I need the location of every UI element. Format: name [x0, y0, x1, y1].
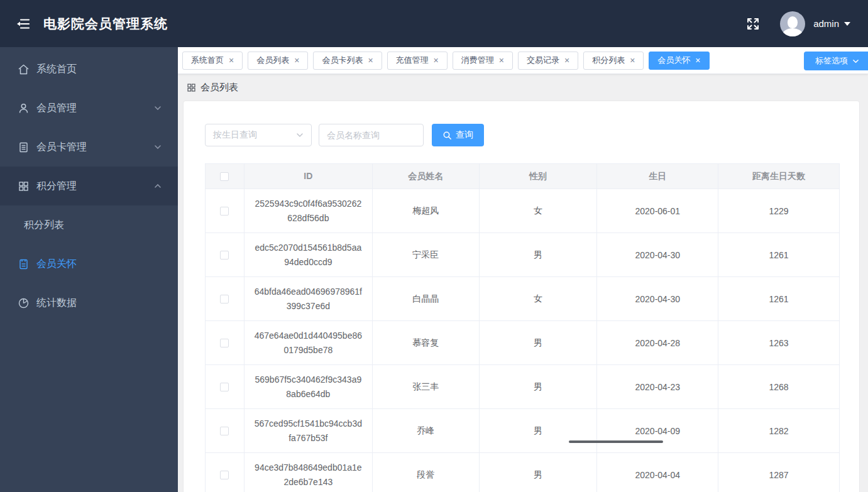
table-header-row: ID 会员姓名 性别 生日 距离生日天数: [206, 164, 839, 189]
cell-birthday: 2020-04-30: [597, 277, 718, 320]
cell-id: 2525943c9c0f4f6a9530262628df56db: [244, 189, 373, 232]
tag-options-button[interactable]: 标签选项: [804, 52, 868, 70]
cell-days: 1287: [718, 453, 839, 492]
cell-name: 宁采臣: [373, 233, 480, 276]
filter-bar: 按生日查询 查询: [205, 124, 838, 146]
cell-birthday: 2020-04-30: [597, 233, 718, 276]
table-row: 2525943c9c0f4f6a9530262628df56db 梅超风 女 2…: [206, 189, 839, 233]
table-row: 567ced95cf1541bc94ccb3dfa767b53f 乔峰 男 20…: [206, 409, 839, 453]
cell-birthday: 2020-04-23: [597, 365, 718, 408]
member-name-input[interactable]: [319, 124, 424, 146]
table-row: 94ce3d7b848649edb01a1e2de6b7e143 段誉 男 20…: [206, 453, 839, 492]
column-header-days: 距离生日天数: [718, 164, 839, 189]
tab-close-icon[interactable]: ×: [368, 56, 373, 65]
tab-close-icon[interactable]: ×: [564, 56, 569, 65]
column-header-gender: 性别: [480, 164, 598, 189]
chevron-up-icon: [154, 182, 162, 190]
column-header-name: 会员姓名: [373, 164, 480, 189]
content-card: 按生日查询 查询 ID 会员姓名 性别 生日 距离生日天数 2525943c9c…: [183, 101, 860, 492]
tab[interactable]: 积分列表 ×: [583, 52, 644, 70]
row-checkbox[interactable]: [220, 339, 229, 347]
cell-days: 1261: [718, 233, 839, 276]
column-header-birthday: 生日: [597, 164, 718, 189]
cell-days: 1268: [718, 365, 839, 408]
sidebar-item-points[interactable]: 积分管理: [0, 167, 178, 205]
tab[interactable]: 消费管理 ×: [453, 52, 513, 70]
cell-birthday: 2020-06-01: [597, 189, 718, 232]
row-checkbox[interactable]: [220, 207, 229, 216]
tab[interactable]: 会员列表 ×: [248, 52, 308, 70]
tab-close-icon[interactable]: ×: [229, 56, 234, 65]
tab-close-icon[interactable]: ×: [434, 56, 439, 65]
birthday-select-placeholder: 按生日查询: [213, 129, 257, 141]
breadcrumb: 会员列表: [178, 74, 868, 101]
members-table: ID 会员姓名 性别 生日 距离生日天数 2525943c9c0f4f6a953…: [205, 163, 840, 492]
chevron-down-icon: [154, 143, 162, 151]
row-checkbox[interactable]: [220, 471, 229, 479]
select-all-checkbox[interactable]: [220, 172, 229, 181]
row-checkbox[interactable]: [220, 295, 229, 303]
hamburger-icon[interactable]: [16, 16, 31, 31]
notebook-icon: [18, 258, 30, 270]
cell-days: 1282: [718, 409, 839, 452]
user-menu-caret-icon[interactable]: [844, 22, 850, 26]
horizontal-scrollbar-thumb[interactable]: [569, 440, 663, 443]
sidebar-item-label: 统计数据: [36, 297, 77, 310]
row-checkbox[interactable]: [220, 383, 229, 391]
tab[interactable]: 会员卡列表 ×: [313, 52, 382, 70]
avatar[interactable]: [780, 11, 805, 36]
sidebar-item-member-cards[interactable]: 会员卡管理: [0, 128, 178, 167]
sidebar-item-home[interactable]: 系统首页: [0, 50, 178, 89]
cell-name: 慕容复: [373, 321, 480, 364]
cell-gender: 男: [480, 233, 598, 276]
chevron-down-icon: [296, 131, 304, 139]
header-right: admin: [746, 0, 850, 47]
sidebar-item-points-list[interactable]: 积分列表: [0, 205, 178, 244]
cell-gender: 女: [480, 189, 598, 232]
table-body: 2525943c9c0f4f6a9530262628df56db 梅超风 女 2…: [206, 189, 839, 492]
tab-close-icon[interactable]: ×: [630, 56, 635, 65]
user-name[interactable]: admin: [813, 18, 839, 29]
search-icon: [442, 131, 452, 140]
sidebar-item-label: 会员关怀: [36, 258, 77, 271]
tab[interactable]: 会员关怀 ×: [649, 52, 709, 70]
tab-close-icon[interactable]: ×: [294, 56, 299, 65]
sidebar-item-label: 会员管理: [36, 102, 77, 115]
sidebar-item-statistics[interactable]: 统计数据: [0, 283, 178, 322]
sidebar-item-members[interactable]: 会员管理: [0, 89, 178, 128]
cell-birthday: 2020-04-09: [597, 409, 718, 452]
sidebar-item-member-care[interactable]: 会员关怀: [0, 244, 178, 283]
tab-close-icon[interactable]: ×: [695, 56, 700, 65]
cell-gender: 男: [480, 365, 598, 408]
grid-icon: [187, 83, 196, 92]
cell-gender: 男: [480, 409, 598, 452]
cell-days: 1229: [718, 189, 839, 232]
search-button[interactable]: 查询: [432, 124, 484, 146]
cell-name: 张三丰: [373, 365, 480, 408]
cell-id: 467e64ae0d1d440495be860179d5be78: [244, 321, 373, 364]
birthday-select[interactable]: 按生日查询: [205, 124, 312, 146]
tab[interactable]: 交易记录 ×: [518, 52, 578, 70]
sidebar-item-label: 会员卡管理: [36, 141, 87, 154]
table-row: edc5c2070d154561b8d5aa94ded0ccd9 宁采臣 男 2…: [206, 233, 839, 277]
cell-name: 梅超风: [373, 189, 480, 232]
tab[interactable]: 充值管理 ×: [387, 52, 448, 70]
cell-gender: 男: [480, 453, 598, 492]
cell-id: 569b67f5c340462f9c343a98ab6e64db: [244, 365, 373, 408]
tab-close-icon[interactable]: ×: [499, 56, 504, 65]
cell-name: 段誉: [373, 453, 480, 492]
grid-icon: [18, 180, 30, 192]
cell-gender: 女: [480, 277, 598, 320]
cell-id: 94ce3d7b848649edb01a1e2de6b7e143: [244, 453, 373, 492]
chevron-down-icon: [852, 58, 859, 65]
cell-days: 1263: [718, 321, 839, 364]
table-row: 569b67f5c340462f9c343a98ab6e64db 张三丰 男 2…: [206, 365, 839, 409]
sidebar: 系统首页 会员管理 会员卡管理 积分管理 积分列表 会员关怀 统计数据: [0, 47, 178, 492]
row-checkbox[interactable]: [220, 427, 229, 435]
tab[interactable]: 系统首页 ×: [182, 52, 243, 70]
row-checkbox[interactable]: [220, 251, 229, 260]
column-header-id: ID: [244, 164, 373, 189]
fullscreen-icon[interactable]: [746, 17, 760, 31]
sidebar-item-label: 积分管理: [36, 180, 77, 193]
cell-name: 乔峰: [373, 409, 480, 452]
